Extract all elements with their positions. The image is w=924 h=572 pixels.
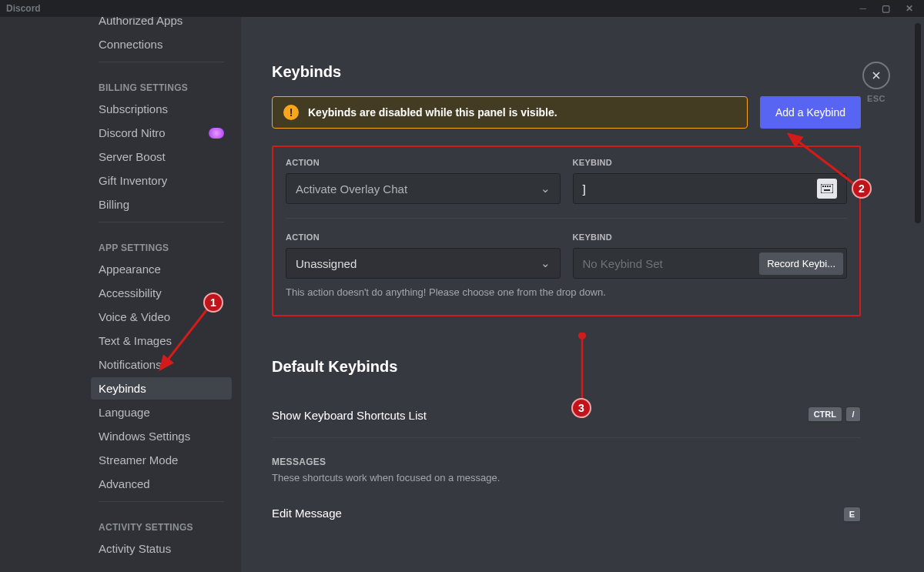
default-keybind-row: Show Keyboard Shortcuts List CTRL / — [272, 394, 861, 436]
keybind-value: ] — [583, 182, 586, 196]
annotation-marker-2: 2 — [852, 179, 872, 199]
sidebar-item-advanced[interactable]: Advanced — [91, 473, 232, 495]
default-keybind-row: Edit Message E — [272, 507, 861, 523]
sidebar-item-activity-status[interactable]: Activity Status — [91, 537, 232, 560]
action-label: ACTION — [286, 232, 561, 242]
divider — [272, 437, 861, 438]
window-controls: ─ ▢ ✕ — [859, 3, 918, 14]
sidebar-item-billing[interactable]: Billing — [91, 193, 232, 216]
keycap-group: CTRL / — [808, 406, 861, 423]
add-keybind-button[interactable]: Add a Keybind — [760, 96, 861, 129]
sidebar-item-label: Discord Nitro — [99, 126, 166, 139]
nitro-badge-icon — [209, 128, 224, 139]
sidebar-item-keybinds[interactable]: Keybinds — [91, 377, 232, 400]
close-icon[interactable]: ✕ — [906, 3, 913, 14]
default-row-label: Show Keyboard Shortcuts List — [272, 409, 427, 422]
titlebar: Discord ─ ▢ ✕ — [0, 0, 924, 17]
sidebar-item-connections[interactable]: Connections — [91, 33, 232, 55]
header-row: ! Keybinds are disabled while this panel… — [272, 96, 861, 129]
action-value: Activate Overlay Chat — [296, 182, 407, 196]
keybind-row: ACTION Activate Overlay Chat ⌄ KEYBIND ] — [286, 158, 847, 204]
record-keybind-button[interactable]: Record Keybi... — [759, 253, 843, 275]
keycap: E — [843, 507, 861, 523]
default-row-label: Edit Message — [272, 507, 342, 523]
close-settings[interactable]: ESC — [862, 62, 890, 103]
keybind-row: ACTION Unassigned ⌄ KEYBIND No Keybind S… — [286, 232, 847, 279]
action-select[interactable]: Unassigned ⌄ — [286, 248, 561, 279]
divider — [99, 62, 224, 62]
sidebar-item-gift-inventory[interactable]: Gift Inventory — [91, 169, 232, 192]
keybind-label: KEYBIND — [573, 232, 848, 242]
divider — [99, 222, 224, 222]
app-title: Discord — [6, 3, 859, 14]
sidebar-item-server-boost[interactable]: Server Boost — [91, 146, 232, 168]
warning-banner: ! Keybinds are disabled while this panel… — [272, 96, 748, 129]
keybind-placeholder: No Keybind Set — [583, 257, 663, 270]
sidebar-item-streamer-mode[interactable]: Streamer Mode — [91, 449, 232, 471]
warning-text: Keybinds are disabled while this panel i… — [308, 106, 557, 119]
defaults-title: Default Keybinds — [272, 358, 861, 376]
keycap: CTRL — [808, 406, 842, 423]
sidebar-item-appearance[interactable]: Appearance — [91, 258, 232, 280]
sidebar-header-billing: BILLING SETTINGS — [91, 69, 232, 98]
minimize-icon[interactable]: ─ — [859, 3, 866, 14]
svg-rect-5 — [824, 189, 830, 191]
keybind-input[interactable]: No Keybind Set Record Keybi... — [573, 248, 848, 279]
chevron-down-icon: ⌄ — [541, 182, 551, 196]
esc-label: ESC — [862, 94, 890, 103]
sidebar-item-authorized-apps[interactable]: Authorized Apps — [91, 17, 232, 32]
sidebar-item-notifications[interactable]: Notifications — [91, 353, 232, 376]
sidebar-item-nitro[interactable]: Discord Nitro — [91, 122, 232, 144]
action-select[interactable]: Activate Overlay Chat ⌄ — [286, 173, 561, 204]
keybind-hint: This action doesn't do anything! Please … — [286, 286, 847, 298]
maximize-icon[interactable]: ▢ — [882, 3, 890, 14]
messages-desc: These shortcuts work when focused on a m… — [272, 472, 861, 483]
sidebar-header-app: APP SETTINGS — [91, 229, 232, 258]
keybind-label: KEYBIND — [573, 158, 848, 167]
sidebar-header-activity: ACTIVITY SETTINGS — [91, 508, 232, 537]
svg-rect-1 — [822, 186, 824, 187]
page-title: Keybinds — [272, 63, 861, 81]
sidebar-item-subscriptions[interactable]: Subscriptions — [91, 98, 232, 120]
close-circle-icon[interactable] — [862, 62, 890, 89]
svg-rect-4 — [829, 186, 831, 187]
messages-header: MESSAGES — [272, 457, 861, 467]
divider — [286, 218, 847, 219]
sidebar-item-windows-settings[interactable]: Windows Settings — [91, 425, 232, 447]
content-area: ESC Keybinds ! Keybinds are disabled whi… — [241, 17, 924, 572]
annotation-marker-3: 3 — [571, 398, 591, 418]
sidebar-item-language[interactable]: Language — [91, 401, 232, 423]
annotation-marker-1: 1 — [203, 293, 223, 313]
svg-rect-3 — [827, 186, 829, 187]
main-layout: Authorized Apps Connections BILLING SETT… — [0, 17, 924, 572]
scrollbar[interactable] — [915, 23, 921, 223]
keybind-input[interactable]: ] — [573, 173, 848, 204]
settings-sidebar: Authorized Apps Connections BILLING SETT… — [0, 17, 241, 572]
chevron-down-icon: ⌄ — [541, 256, 551, 270]
divider — [99, 501, 224, 502]
action-label: ACTION — [286, 158, 561, 167]
keycap: / — [845, 406, 861, 423]
svg-rect-0 — [821, 184, 833, 193]
sidebar-item-text-images[interactable]: Text & Images — [91, 329, 232, 352]
keyboard-icon — [817, 179, 837, 199]
svg-rect-2 — [825, 186, 826, 187]
warning-icon: ! — [283, 105, 299, 120]
custom-keybinds-area: ACTION Activate Overlay Chat ⌄ KEYBIND ] — [272, 146, 861, 316]
action-value: Unassigned — [296, 257, 357, 270]
